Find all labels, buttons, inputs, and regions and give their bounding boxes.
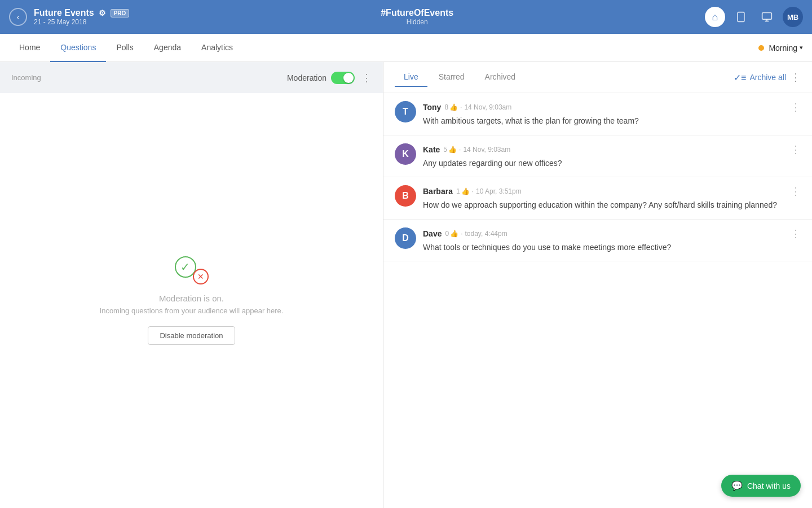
- question-meta: 8 👍 · 14 Nov, 9:03am: [444, 103, 511, 111]
- avatar: B: [395, 185, 416, 207]
- nav-item-polls[interactable]: Polls: [106, 34, 143, 62]
- user-avatar[interactable]: MB: [783, 7, 803, 27]
- gear-icon[interactable]: ⚙: [99, 8, 106, 17]
- disable-moderation-button[interactable]: Disable moderation: [148, 326, 235, 345]
- morning-selector[interactable]: Morning ▾: [769, 43, 803, 52]
- moderation-on-desc: Incoming questions from your audience wi…: [100, 306, 284, 315]
- main-content: Incoming Moderation ⋮ ✓ ✕ Moderation is …: [0, 62, 812, 508]
- thumbs-up-icon: 👍: [449, 103, 458, 111]
- pro-badge: PRO: [111, 9, 130, 17]
- thumbs-up-icon: 👍: [450, 230, 458, 238]
- question-content: Dave 0 👍 · today, 4:44pm ⋮ What tools or…: [423, 227, 801, 253]
- chevron-down-icon: ▾: [800, 44, 803, 51]
- question-date: 14 Nov, 9:03am: [464, 103, 511, 111]
- moderation-more-icon[interactable]: ⋮: [361, 72, 372, 84]
- question-date: 14 Nov, 9:03am: [463, 146, 510, 154]
- questions-tabs: Live Starred Archived: [395, 68, 524, 87]
- moderation-section: Moderation ⋮: [287, 72, 372, 84]
- question-date: 10 Apr, 3:51pm: [476, 187, 522, 195]
- header-center: #FutureOfEvents Hidden: [129, 8, 705, 26]
- question-author-name: Dave: [423, 229, 442, 238]
- moderation-label: Moderation: [287, 73, 326, 82]
- question-content: Barbara 1 👍 · 10 Apr, 3:51pm ⋮ How do we…: [423, 185, 801, 211]
- tab-starred[interactable]: Starred: [430, 68, 474, 87]
- question-author-name: Kate: [423, 145, 440, 154]
- back-button[interactable]: ‹: [9, 8, 27, 26]
- question-item[interactable]: B Barbara 1 👍 · 10 Apr, 3:51pm ⋮: [383, 177, 812, 220]
- avatar: K: [395, 143, 416, 165]
- left-panel-header: Incoming Moderation ⋮: [0, 62, 383, 93]
- thumbs-up-icon: 👍: [448, 146, 457, 154]
- question-text: What tools or techniques do you use to m…: [423, 242, 801, 253]
- header-actions: ⌂ MB: [705, 7, 803, 27]
- question-item[interactable]: D Dave 0 👍 · today, 4:44pm ⋮: [383, 220, 812, 262]
- chat-widget-label: Chat with us: [747, 481, 791, 491]
- moderation-toggle[interactable]: [331, 72, 355, 84]
- question-header: Barbara 1 👍 · 10 Apr, 3:51pm ⋮: [423, 185, 801, 198]
- question-meta: 1 👍 · 10 Apr, 3:51pm: [456, 187, 522, 195]
- avatar: D: [395, 227, 416, 249]
- main-nav: Home Questions Polls Agenda Analytics Mo…: [0, 34, 812, 62]
- nav-item-agenda[interactable]: Agenda: [144, 34, 191, 62]
- question-item[interactable]: T Tony 8 👍 · 14 Nov, 9:03am ⋮: [383, 93, 812, 135]
- right-panel-header: Live Starred Archived ✓≡ Archive all ⋮: [383, 62, 812, 93]
- thumbs-up-icon: 👍: [461, 187, 470, 195]
- svg-rect-0: [738, 12, 744, 22]
- question-header: Dave 0 👍 · today, 4:44pm ⋮: [423, 227, 801, 240]
- question-item[interactable]: K Kate 5 👍 · 14 Nov, 9:03am ⋮: [383, 135, 812, 178]
- nav-item-home[interactable]: Home: [9, 34, 50, 62]
- question-content: Kate 5 👍 · 14 Nov, 9:03am ⋮ Any updates …: [423, 143, 801, 169]
- device-icon-button[interactable]: [731, 7, 751, 27]
- tab-live[interactable]: Live: [395, 68, 427, 87]
- event-visibility: Hidden: [129, 18, 705, 26]
- tab-archived[interactable]: Archived: [476, 68, 524, 87]
- chat-widget[interactable]: 💬 Chat with us: [721, 475, 801, 497]
- question-author-name: Tony: [423, 103, 441, 112]
- left-panel-body: ✓ ✕ Moderation is on. Incoming questions…: [0, 93, 383, 508]
- nav-item-questions[interactable]: Questions: [50, 34, 106, 62]
- archive-all-button[interactable]: ✓≡ Archive all: [734, 72, 786, 83]
- event-title-text: Future Events: [34, 8, 94, 18]
- svg-rect-2: [762, 13, 772, 20]
- right-panel: Live Starred Archived ✓≡ Archive all ⋮ T…: [383, 62, 812, 508]
- like-count: 1 👍: [456, 187, 470, 195]
- question-more-icon[interactable]: ⋮: [791, 101, 801, 113]
- question-more-icon[interactable]: ⋮: [791, 185, 801, 198]
- questions-list: T Tony 8 👍 · 14 Nov, 9:03am ⋮: [383, 93, 812, 508]
- event-title: Future Events ⚙ PRO: [34, 8, 129, 18]
- home-icon-button[interactable]: ⌂: [705, 7, 725, 27]
- app-header: ‹ Future Events ⚙ PRO 21 - 25 May 2018 #…: [0, 0, 812, 34]
- question-more-icon[interactable]: ⋮: [791, 143, 801, 156]
- event-info: Future Events ⚙ PRO 21 - 25 May 2018: [34, 8, 129, 26]
- like-count: 0 👍: [445, 230, 458, 238]
- archive-icon: ✓≡: [734, 72, 746, 83]
- question-text: Any updates regarding our new offices?: [423, 158, 801, 169]
- question-content: Tony 8 👍 · 14 Nov, 9:03am ⋮ With ambitio…: [423, 101, 801, 127]
- question-meta: 0 👍 · today, 4:44pm: [445, 230, 507, 238]
- question-header: Tony 8 👍 · 14 Nov, 9:03am ⋮: [423, 101, 801, 113]
- question-meta: 5 👍 · 14 Nov, 9:03am: [443, 146, 510, 154]
- question-text: How do we approach supporting education …: [423, 200, 801, 211]
- question-date: today, 4:44pm: [465, 230, 508, 238]
- right-panel-more-icon[interactable]: ⋮: [791, 71, 801, 84]
- like-count: 8 👍: [444, 103, 458, 111]
- like-count: 5 👍: [443, 146, 457, 154]
- incoming-label: Incoming: [11, 73, 287, 82]
- nav-right: Morning ▾: [758, 43, 803, 52]
- nav-items: Home Questions Polls Agenda Analytics: [9, 34, 243, 62]
- question-header: Kate 5 👍 · 14 Nov, 9:03am ⋮: [423, 143, 801, 156]
- question-author-name: Barbara: [423, 187, 453, 196]
- moderation-icon-container: ✓ ✕: [175, 256, 209, 284]
- screen-icon-button[interactable]: [757, 7, 777, 27]
- nav-item-analytics[interactable]: Analytics: [191, 34, 243, 62]
- question-more-icon[interactable]: ⋮: [791, 227, 801, 240]
- toggle-knob: [343, 73, 354, 83]
- event-hashtag: #FutureOfEvents: [129, 8, 705, 18]
- event-dates: 21 - 25 May 2018: [34, 18, 129, 26]
- question-text: With ambitious targets, what is the plan…: [423, 116, 801, 127]
- chat-icon: 💬: [731, 480, 743, 491]
- x-circle-icon: ✕: [193, 269, 209, 284]
- avatar: T: [395, 101, 416, 122]
- moderation-on-title: Moderation is on.: [159, 294, 224, 303]
- left-panel: Incoming Moderation ⋮ ✓ ✕ Moderation is …: [0, 62, 383, 508]
